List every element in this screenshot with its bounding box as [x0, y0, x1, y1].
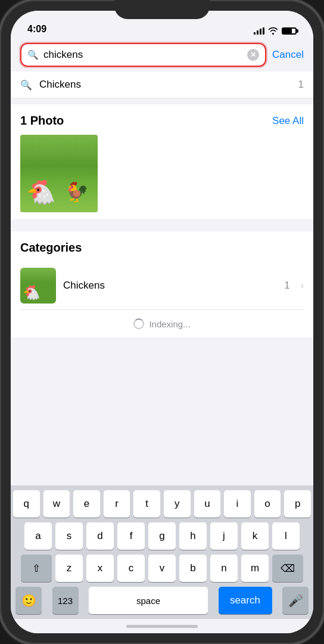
- keyboard-row-3: ⇧ z x c v b n m ⌫: [13, 555, 311, 582]
- mic-key[interactable]: 🎤: [282, 587, 309, 614]
- section-gap-1: [11, 98, 313, 104]
- photos-section: 1 Photo See All: [11, 104, 313, 219]
- home-bar: [126, 625, 198, 628]
- numbers-key[interactable]: 123: [52, 587, 79, 614]
- delete-key[interactable]: ⌫: [272, 555, 303, 582]
- category-name: Chickens: [63, 280, 277, 292]
- suggestion-count: 1: [298, 79, 304, 91]
- categories-section: Categories Chickens 1 › Indexing...: [11, 231, 313, 338]
- shift-key[interactable]: ⇧: [21, 555, 52, 582]
- key-p[interactable]: p: [284, 490, 311, 518]
- search-bar[interactable]: 🔍 chickens ✕: [20, 43, 266, 67]
- keyboard-row-2: a s d f g h j k l: [13, 522, 311, 550]
- key-d[interactable]: d: [86, 522, 114, 550]
- key-x[interactable]: x: [86, 555, 114, 582]
- categories-section-title: Categories: [20, 241, 82, 255]
- status-icons: [254, 27, 297, 35]
- key-j[interactable]: j: [210, 522, 238, 550]
- key-w[interactable]: w: [43, 490, 70, 518]
- search-container: 🔍 chickens ✕ Cancel: [11, 38, 313, 72]
- key-o[interactable]: o: [254, 490, 281, 518]
- photo-grid: [20, 135, 304, 212]
- keyboard: q w e r t y u i o p a s d f g h j k: [11, 485, 313, 619]
- key-i[interactable]: i: [224, 490, 251, 518]
- wifi-icon: [268, 27, 278, 35]
- search-input[interactable]: chickens: [43, 49, 242, 61]
- key-t[interactable]: t: [133, 490, 160, 518]
- key-e[interactable]: e: [73, 490, 100, 518]
- cancel-button[interactable]: Cancel: [272, 49, 304, 61]
- spinner-icon: [133, 318, 144, 329]
- battery-icon: [282, 27, 297, 35]
- search-icon: 🔍: [27, 49, 39, 60]
- key-b[interactable]: b: [179, 555, 207, 582]
- chevron-right-icon: ›: [301, 280, 304, 291]
- key-a[interactable]: a: [24, 522, 52, 550]
- home-indicator: [11, 619, 313, 633]
- signal-icon: [254, 27, 264, 35]
- section-gap-2: [11, 219, 313, 225]
- indexing-text: Indexing...: [149, 319, 190, 329]
- clear-button[interactable]: ✕: [247, 49, 259, 61]
- notch: [114, 0, 210, 19]
- key-l[interactable]: l: [272, 522, 300, 550]
- key-n[interactable]: n: [210, 555, 238, 582]
- key-u[interactable]: u: [194, 490, 221, 518]
- photos-section-title: 1 Photo: [20, 114, 64, 128]
- keyboard-bottom-row: 🙂 123 space search 🎤: [13, 587, 311, 617]
- keyboard-row-1: q w e r t y u i o p: [13, 490, 311, 518]
- categories-section-header: Categories: [20, 241, 304, 255]
- key-v[interactable]: v: [148, 555, 176, 582]
- key-m[interactable]: m: [241, 555, 269, 582]
- see-all-button[interactable]: See All: [272, 115, 304, 127]
- category-count: 1: [284, 280, 289, 292]
- phone-frame: 4:09: [0, 0, 324, 644]
- clear-x-icon: ✕: [250, 51, 256, 58]
- space-key[interactable]: space: [89, 587, 208, 614]
- key-q[interactable]: q: [13, 490, 40, 518]
- search-key[interactable]: search: [219, 587, 272, 614]
- photos-section-header: 1 Photo See All: [20, 114, 304, 128]
- category-thumbnail: [20, 268, 56, 304]
- key-h[interactable]: h: [179, 522, 207, 550]
- key-r[interactable]: r: [104, 490, 130, 518]
- suggestion-text: Chickens: [39, 79, 291, 91]
- indexing-row: Indexing...: [20, 310, 304, 338]
- suggestion-search-icon: 🔍: [20, 79, 32, 91]
- key-f[interactable]: f: [117, 522, 145, 550]
- key-k[interactable]: k: [241, 522, 269, 550]
- content-area: 🔍 Chickens 1 1 Photo See All: [11, 72, 313, 485]
- photo-image: [20, 135, 98, 212]
- emoji-key[interactable]: 🙂: [15, 587, 42, 614]
- key-s[interactable]: s: [55, 522, 83, 550]
- phone-screen: 4:09: [11, 11, 313, 633]
- photo-thumbnail[interactable]: [20, 135, 98, 212]
- key-c[interactable]: c: [117, 555, 145, 582]
- key-z[interactable]: z: [55, 555, 83, 582]
- suggestion-row[interactable]: 🔍 Chickens 1: [11, 72, 313, 98]
- key-g[interactable]: g: [148, 522, 176, 550]
- key-y[interactable]: y: [164, 490, 191, 518]
- category-row[interactable]: Chickens 1 ›: [20, 262, 304, 310]
- status-time: 4:09: [27, 24, 46, 35]
